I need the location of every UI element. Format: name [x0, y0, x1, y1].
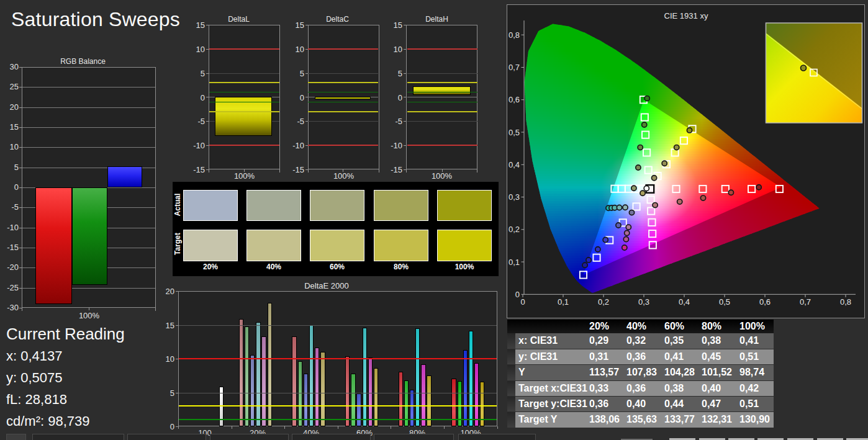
svg-text:CIE 1931 xy: CIE 1931 xy	[664, 11, 708, 20]
svg-text:0,3: 0,3	[509, 192, 520, 202]
svg-text:0,3: 0,3	[638, 297, 649, 307]
svg-text:0,8: 0,8	[509, 30, 520, 40]
svg-text:0,7: 0,7	[800, 297, 811, 307]
svg-text:0,2: 0,2	[598, 297, 609, 307]
svg-text:0,5: 0,5	[509, 128, 520, 137]
svg-text:0,1: 0,1	[558, 297, 569, 307]
svg-text:0,6: 0,6	[509, 95, 520, 104]
svg-text:0,7: 0,7	[509, 63, 520, 72]
svg-text:0: 0	[520, 297, 525, 307]
svg-text:0,2: 0,2	[509, 225, 520, 234]
svg-text:0: 0	[515, 290, 520, 299]
svg-text:0,8: 0,8	[840, 297, 851, 307]
svg-text:0,4: 0,4	[509, 160, 520, 169]
svg-text:0,4: 0,4	[679, 297, 690, 307]
svg-text:0,5: 0,5	[719, 297, 730, 307]
svg-text:0,6: 0,6	[759, 297, 771, 307]
svg-text:0,1: 0,1	[509, 258, 520, 267]
